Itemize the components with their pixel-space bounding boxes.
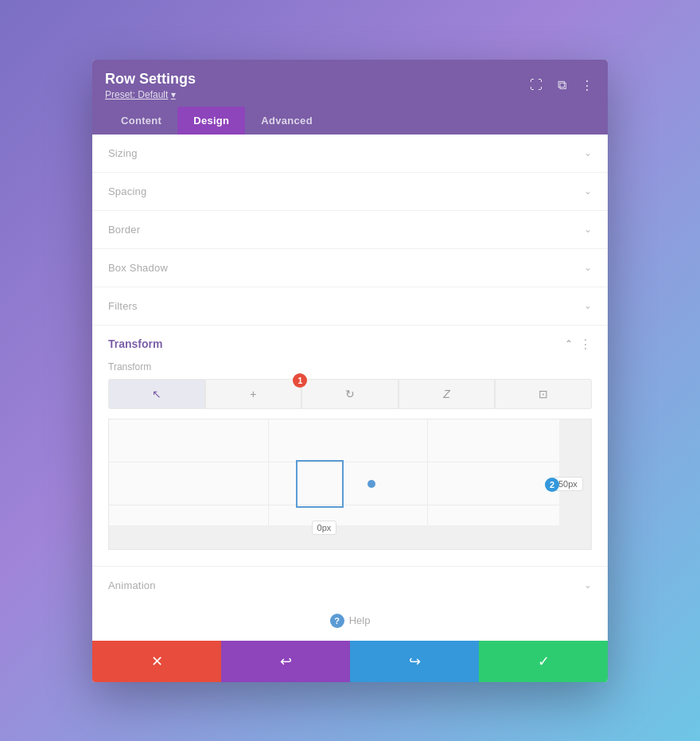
sizing-section[interactable]: Sizing ⌄ bbox=[92, 135, 608, 173]
animation-section[interactable]: Animation ⌄ bbox=[92, 567, 608, 604]
transform-section: Transform ⌃ ⋮ Transform ↖ + 1 ↻ bbox=[92, 326, 608, 567]
translate-tool[interactable]: ↖ bbox=[108, 379, 205, 409]
header-icons: ⛶ ⧉ ⋮ bbox=[528, 77, 595, 93]
transform-sub-label: Transform bbox=[108, 361, 592, 372]
rotate-tool[interactable]: ↻ bbox=[301, 379, 399, 409]
preset-label[interactable]: Preset: Default ▾ bbox=[105, 89, 196, 100]
animation-label: Animation bbox=[108, 579, 156, 591]
title-group: Row Settings Preset: Default ▾ bbox=[105, 71, 196, 100]
transform-box-outline bbox=[296, 460, 344, 508]
right-value-badge: 2 bbox=[545, 478, 559, 492]
add-tool[interactable]: + 1 bbox=[205, 379, 302, 409]
transform-collapse-icon[interactable]: ⌃ bbox=[565, 338, 573, 349]
border-chevron: ⌄ bbox=[584, 224, 592, 235]
spacing-label: Spacing bbox=[108, 185, 146, 197]
border-section[interactable]: Border ⌄ bbox=[92, 211, 608, 249]
modal-title: Row Settings bbox=[105, 71, 196, 88]
border-label: Border bbox=[108, 224, 140, 236]
more-options-icon[interactable]: ⋮ bbox=[579, 77, 595, 93]
transform-header-right: ⌃ ⋮ bbox=[565, 337, 592, 352]
tab-bar: Content Design Advanced bbox=[105, 107, 595, 135]
tab-advanced[interactable]: Advanced bbox=[245, 107, 329, 135]
transform-tools: ↖ + 1 ↻ Z ⊡ bbox=[108, 379, 592, 409]
split-view-icon[interactable]: ⧉ bbox=[554, 77, 570, 93]
grid-hline-1 bbox=[109, 462, 591, 462]
box-shadow-chevron: ⌄ bbox=[584, 262, 592, 273]
help-label: Help bbox=[349, 614, 371, 626]
animation-chevron: ⌄ bbox=[584, 579, 592, 591]
transform-header: Transform ⌃ ⋮ bbox=[108, 337, 592, 352]
scale-tool[interactable]: ⊡ bbox=[495, 379, 592, 409]
translate-icon: ↖ bbox=[152, 388, 161, 400]
box-shadow-section[interactable]: Box Shadow ⌄ bbox=[92, 249, 608, 287]
skew-icon: Z bbox=[443, 388, 450, 400]
title-row: Row Settings Preset: Default ▾ ⛶ ⧉ ⋮ bbox=[105, 71, 595, 100]
spacing-section[interactable]: Spacing ⌄ bbox=[92, 173, 608, 211]
filters-chevron: ⌄ bbox=[584, 300, 592, 311]
filters-label: Filters bbox=[108, 300, 138, 312]
cancel-button[interactable]: ✕ bbox=[92, 641, 221, 682]
modal-header: Row Settings Preset: Default ▾ ⛶ ⧉ ⋮ Con… bbox=[92, 60, 608, 135]
undo-button[interactable]: ↩ bbox=[221, 641, 350, 682]
tab-content[interactable]: Content bbox=[105, 107, 177, 135]
box-shadow-label: Box Shadow bbox=[108, 262, 168, 274]
row-settings-modal: Row Settings Preset: Default ▾ ⛶ ⧉ ⋮ Con… bbox=[92, 60, 608, 682]
redo-button[interactable]: ↪ bbox=[350, 641, 479, 682]
scale-icon: ⊡ bbox=[539, 388, 548, 400]
tab-design[interactable]: Design bbox=[177, 107, 245, 135]
transform-title: Transform bbox=[108, 337, 162, 350]
grid-hline-2 bbox=[109, 505, 591, 505]
modal-body: Sizing ⌄ Spacing ⌄ Border ⌄ Box Shadow ⌄… bbox=[92, 135, 608, 641]
spacing-chevron: ⌄ bbox=[584, 185, 592, 197]
bottom-value-label: 0px bbox=[312, 521, 337, 535]
add-icon: + bbox=[250, 388, 256, 400]
transform-canvas[interactable]: 50px 2 0px bbox=[108, 419, 592, 550]
skew-tool[interactable]: Z bbox=[399, 379, 496, 409]
help-icon: ? bbox=[330, 614, 344, 628]
modal-footer: ✕ ↩ ↪ ✓ bbox=[92, 641, 608, 682]
right-handle[interactable] bbox=[368, 480, 375, 488]
fullscreen-icon[interactable]: ⛶ bbox=[528, 77, 544, 93]
right-handle-group bbox=[368, 480, 375, 488]
sizing-chevron: ⌄ bbox=[584, 147, 592, 158]
filters-section[interactable]: Filters ⌄ bbox=[92, 287, 608, 326]
save-button[interactable]: ✓ bbox=[479, 641, 608, 682]
help-row[interactable]: ? Help bbox=[92, 604, 608, 641]
rotate-icon: ↻ bbox=[345, 388, 355, 400]
add-badge: 1 bbox=[293, 373, 307, 388]
transform-menu-icon[interactable]: ⋮ bbox=[579, 337, 592, 352]
sizing-label: Sizing bbox=[108, 147, 138, 159]
